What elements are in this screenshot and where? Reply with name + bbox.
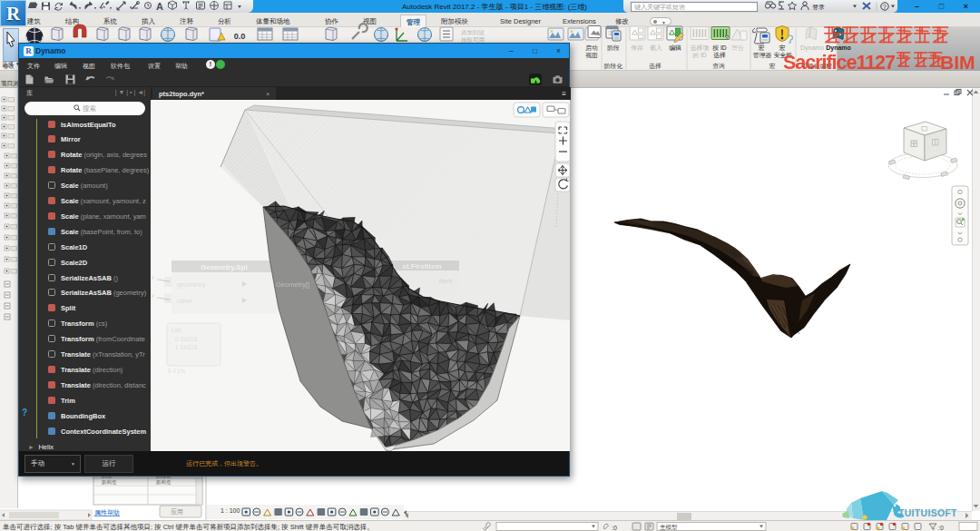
svg-text:List: List (172, 327, 181, 333)
svg-text:Geometry.Spl: Geometry.Spl (201, 263, 247, 271)
svg-text:8.4 pts: 8.4 pts (168, 368, 186, 375)
svg-text:1 Sn316: 1 Sn316 (175, 344, 198, 350)
svg-text:Geometry[]: Geometry[] (276, 280, 309, 289)
svg-text:st.FirstItem: st.FirstItem (402, 262, 441, 270)
svg-text:0 Sd316: 0 Sd316 (175, 336, 198, 342)
svg-text:other: other (177, 297, 193, 305)
svg-text:item: item (439, 277, 452, 285)
svg-text:geometry: geometry (177, 280, 206, 289)
